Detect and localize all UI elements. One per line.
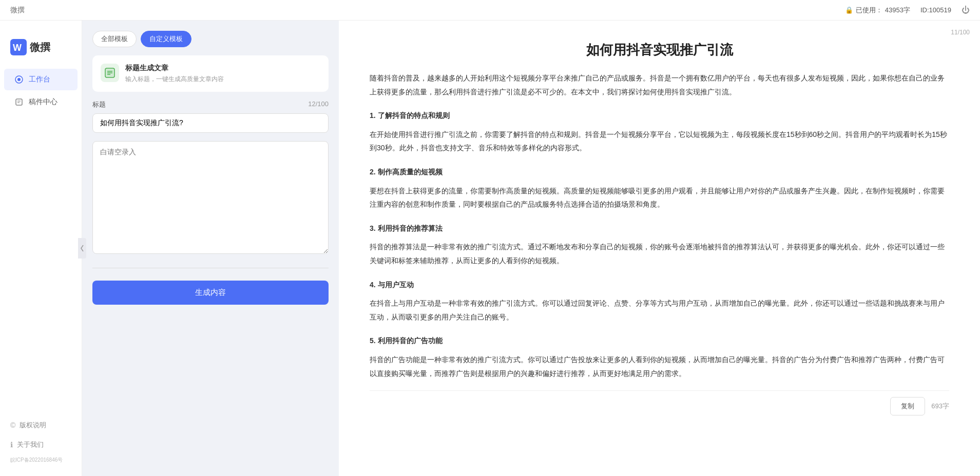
form-section: 标题 12/100 [92, 100, 329, 255]
heading-3: 3. 利用抖音的推荐算法 [370, 222, 949, 235]
page-count: 11/100 [951, 29, 970, 36]
heading-5: 5. 利用抖音的广告功能 [370, 334, 949, 348]
logo-text: 微撰 [30, 41, 50, 54]
collapse-handle[interactable] [78, 238, 86, 259]
tab-custom-templates[interactable]: 自定义模板 [141, 31, 191, 47]
copyright-icon: © [10, 421, 15, 429]
sidebar-footer-copyright[interactable]: © 版权说明 [4, 415, 78, 435]
copy-button[interactable]: 复制 [890, 397, 925, 415]
sidebar-nav: 工作台 稿件中心 [0, 69, 82, 113]
content-textarea[interactable] [92, 141, 329, 254]
svg-point-3 [17, 78, 21, 81]
topbar-title: 微撰 [10, 6, 25, 15]
sidebar-item-drafts-label: 稿件中心 [29, 97, 57, 107]
drafts-icon [14, 97, 24, 107]
paragraph-3: 抖音的推荐算法是一种非常有效的推广引流方式。通过不断地发布和分享自己的短视频，你… [370, 240, 949, 267]
sidebar-item-drafts[interactable]: 稿件中心 [4, 91, 78, 113]
heading-4: 4. 与用户互动 [370, 278, 949, 292]
main-area: W 微撰 工作台 稿件中心 [0, 21, 980, 476]
about-label: 关于我们 [17, 440, 44, 449]
title-label-text: 标题 [92, 100, 106, 109]
template-card-desc: 输入标题，一键生成高质量文章内容 [125, 75, 224, 84]
logo-area: W 微撰 [0, 31, 82, 68]
content-title: 如何用抖音实现推广引流 [370, 41, 949, 59]
app-wrapper: 微撰 🔒 已使用： 43953字 ID:100519 ⏻ W 微撰 [0, 0, 980, 476]
template-card-info: 标题生成文章 输入标题，一键生成高质量文章内容 [125, 64, 224, 84]
paragraph-1: 在开始使用抖音进行推广引流之前，你需要了解抖音的特点和规则。抖音是一个短视频分享… [370, 128, 949, 155]
template-tabs: 全部模板 自定义模板 [92, 31, 329, 47]
sidebar-footer-about[interactable]: ℹ 关于我们 [4, 435, 78, 454]
content-body: 随着抖音的普及，越来越多的人开始利用这个短视频分享平台来推广自己的产品或服务。抖… [370, 71, 949, 380]
tab-all-templates[interactable]: 全部模板 [92, 31, 137, 47]
copyright-label: 版权说明 [20, 421, 46, 430]
workbench-icon [14, 75, 24, 84]
logo-icon: W [10, 39, 27, 55]
sidebar: W 微撰 工作台 稿件中心 [0, 21, 82, 476]
word-count: 693字 [931, 402, 949, 411]
about-icon: ℹ [10, 441, 13, 449]
usage-count: 43953字 [885, 6, 910, 15]
top-bar: 微撰 🔒 已使用： 43953字 ID:100519 ⏻ [0, 0, 980, 21]
topbar-right: 🔒 已使用： 43953字 ID:100519 ⏻ [845, 6, 970, 15]
title-input[interactable] [92, 113, 329, 133]
paragraph-intro: 随着抖音的普及，越来越多的人开始利用这个短视频分享平台来推广自己的产品或服务。抖… [370, 71, 949, 98]
usage-label: 已使用： [856, 6, 882, 15]
title-char-count: 12/100 [308, 100, 329, 109]
sidebar-item-workbench-label: 工作台 [29, 75, 50, 84]
template-card-title-article[interactable]: 标题生成文章 输入标题，一键生成高质量文章内容 [92, 55, 329, 92]
title-form-label: 标题 12/100 [92, 100, 329, 109]
paragraph-2: 要想在抖音上获得更多的流量，你需要制作高质量的短视频。高质量的短视频能够吸引更多… [370, 184, 949, 211]
document-icon: 🔒 [845, 6, 853, 14]
svg-rect-4 [16, 99, 22, 105]
form-divider [92, 268, 329, 268]
heading-2: 2. 制作高质量的短视频 [370, 165, 949, 179]
content-footer: 复制 693字 [370, 390, 949, 418]
paragraph-5: 抖音的广告功能是一种非常有效的推广引流方式。你可以通过广告投放来让更多的人看到你… [370, 353, 949, 380]
id-info: ID:100519 [920, 6, 951, 14]
paragraph-4: 在抖音上与用户互动是一种非常有效的推广引流方式。你可以通过回复评论、点赞、分享等… [370, 296, 949, 324]
usage-info: 🔒 已使用： 43953字 [845, 6, 910, 15]
sidebar-bottom: © 版权说明 ℹ 关于我们 皖ICP备2022016846号 [0, 415, 82, 466]
content-panel: 11/100 如何用抖音实现推广引流 随着抖音的普及，越来越多的人开始利用这个短… [339, 21, 980, 476]
center-panel: 全部模板 自定义模板 标题生成文章 输入标题，一键生成高质量文章内容 标题 12… [82, 21, 339, 476]
sidebar-item-workbench[interactable]: 工作台 [4, 69, 78, 90]
template-card-icon [101, 64, 119, 82]
svg-text:W: W [13, 43, 22, 53]
template-card-title-text: 标题生成文章 [125, 64, 224, 73]
generate-button[interactable]: 生成内容 [92, 281, 329, 305]
heading-1: 1. 了解抖音的特点和规则 [370, 109, 949, 123]
icp-text: 皖ICP备2022016846号 [4, 454, 78, 466]
power-icon[interactable]: ⏻ [962, 6, 970, 15]
